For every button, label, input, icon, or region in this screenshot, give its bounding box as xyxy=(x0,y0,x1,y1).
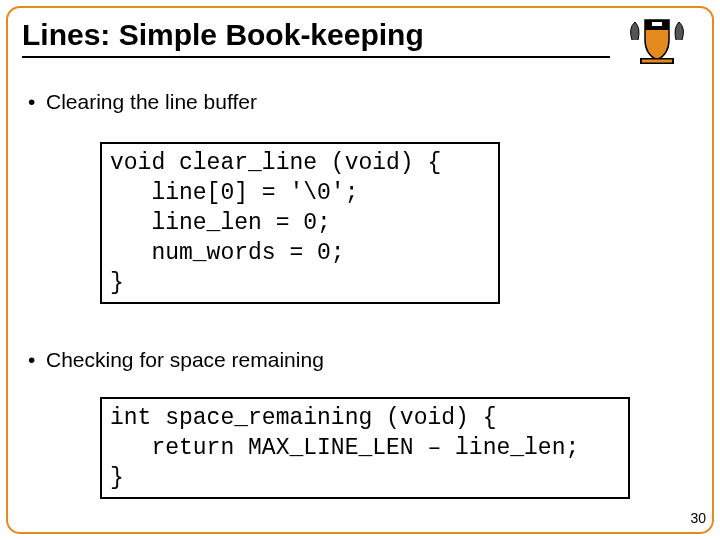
code-line: return MAX_LINE_LEN – line_len; xyxy=(110,435,579,461)
crest-icon xyxy=(622,10,692,74)
code-line: line[0] = '\0'; xyxy=(110,180,358,206)
svg-rect-0 xyxy=(652,22,662,26)
page-number: 30 xyxy=(690,510,706,526)
code-block-clear-line: void clear_line (void) { line[0] = '\0';… xyxy=(100,142,500,304)
bullet-text: Checking for space remaining xyxy=(46,348,324,371)
bullet-text: Clearing the line buffer xyxy=(46,90,257,113)
code-line: } xyxy=(110,465,124,491)
svg-rect-2 xyxy=(642,60,672,63)
code-line: void clear_line (void) { xyxy=(110,150,441,176)
bullet-checking: •Checking for space remaining xyxy=(28,348,324,372)
code-line: int space_remaining (void) { xyxy=(110,405,496,431)
page-title: Lines: Simple Book-keeping xyxy=(22,18,424,51)
code-line: } xyxy=(110,270,124,296)
title-wrap: Lines: Simple Book-keeping xyxy=(22,18,610,58)
bullet-clearing: •Clearing the line buffer xyxy=(28,90,257,114)
code-line: num_words = 0; xyxy=(110,240,345,266)
code-block-space-remaining: int space_remaining (void) { return MAX_… xyxy=(100,397,630,499)
code-line: line_len = 0; xyxy=(110,210,331,236)
